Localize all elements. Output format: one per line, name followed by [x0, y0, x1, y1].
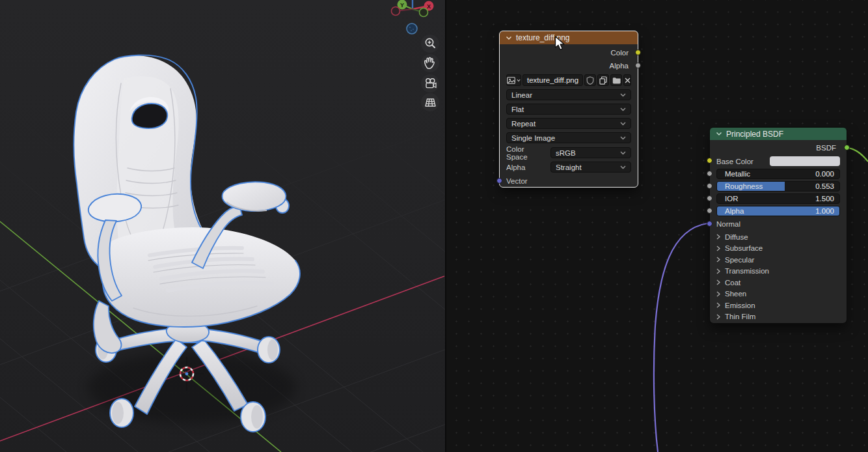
chair-seat — [103, 227, 300, 327]
metallic-input-socket[interactable] — [707, 171, 712, 177]
chevron-down-icon — [620, 151, 626, 155]
color-output-row: Color — [506, 47, 631, 59]
slider-label: IOR — [725, 195, 738, 203]
chevron-right-icon — [716, 246, 720, 251]
gizmo-axis-x-neg[interactable] — [392, 7, 400, 16]
panel-coat[interactable]: Coat — [716, 277, 840, 288]
slider-value: 0.000 — [815, 170, 834, 178]
chevron-down-icon — [620, 122, 626, 126]
slider-value: 1.500 — [815, 195, 834, 203]
panel-label: Transmission — [725, 267, 769, 275]
ior-input-socket[interactable] — [707, 195, 712, 201]
alpha-slider[interactable]: Alpha 1.000 — [716, 206, 840, 216]
roughness-slider[interactable]: Roughness 0.553 — [716, 181, 840, 191]
metallic-slider[interactable]: Metallic 0.000 — [716, 169, 840, 179]
normal-input-label: Normal — [716, 220, 740, 228]
node-header[interactable]: texture_diff.png — [500, 31, 638, 44]
image-icon — [507, 77, 515, 84]
panel-label: Sheen — [725, 290, 746, 298]
output-label: Alpha — [610, 62, 629, 70]
slider-value: 1.000 — [815, 207, 834, 215]
bsdf-output-socket[interactable] — [844, 145, 850, 150]
gizmo-axis-z-neg[interactable] — [407, 23, 417, 34]
node-header[interactable]: Principled BSDF — [710, 128, 847, 140]
normal-input-socket[interactable] — [707, 221, 712, 227]
svg-text:Y: Y — [400, 2, 404, 8]
chevron-right-icon — [716, 302, 720, 308]
svg-text:X: X — [427, 3, 431, 10]
vector-input-socket[interactable] — [496, 178, 502, 184]
chevron-down-icon — [716, 132, 722, 136]
image-name-field[interactable]: texture_diff.png — [522, 74, 583, 86]
panel-label: Specular — [725, 256, 754, 264]
open-image-button[interactable] — [610, 74, 622, 86]
duplicate-image-button[interactable] — [597, 74, 609, 86]
panel-label: Thin Film — [725, 313, 755, 320]
dropdown-value: sRGB — [556, 149, 576, 157]
panel-subsurface[interactable]: Subsurface — [716, 243, 840, 254]
panel-label: Subsurface — [725, 244, 763, 252]
roughness-input-socket[interactable] — [707, 183, 712, 189]
panel-sheen[interactable]: Sheen — [716, 289, 840, 300]
fake-user-button[interactable] — [584, 74, 596, 86]
projection-dropdown[interactable]: Flat — [506, 104, 631, 115]
node-title: Principled BSDF — [726, 130, 783, 139]
panel-thin-film[interactable]: Thin Film — [716, 311, 840, 322]
navigation-gizmo[interactable]: Y X — [384, 0, 446, 39]
grid-icon — [421, 93, 439, 111]
mouse-cursor — [554, 36, 567, 51]
slider-label: Alpha — [725, 207, 744, 215]
panel-label: Diffuse — [725, 233, 748, 241]
chevron-down-icon — [620, 165, 626, 169]
chevron-right-icon — [716, 291, 720, 297]
unlink-image-button[interactable] — [623, 74, 631, 86]
panel-emission[interactable]: Emission — [716, 300, 840, 311]
image-texture-node[interactable]: texture_diff.png Color Alpha — [500, 31, 638, 187]
chevron-down-icon — [506, 36, 512, 40]
3d-viewport[interactable]: Y X — [0, 0, 446, 452]
dropdown-value: Linear — [511, 91, 532, 99]
principled-bsdf-node[interactable]: Principled BSDF BSDF Base Color Metallic… — [710, 128, 847, 323]
viewport-scene — [0, 0, 446, 452]
shader-wire — [848, 148, 868, 162]
chevron-down-icon — [620, 136, 626, 140]
gizmo-axis-y-neg[interactable] — [420, 8, 428, 17]
slider-label: Metallic — [725, 170, 750, 178]
image-datablock-row: texture_diff.png — [506, 74, 631, 86]
dropdown-value: Single Image — [511, 134, 555, 142]
panel-transmission[interactable]: Transmission — [716, 266, 840, 277]
zoom-tool-button[interactable] — [421, 35, 439, 53]
alpha-input-socket[interactable] — [707, 208, 712, 214]
base-color-swatch[interactable] — [770, 156, 840, 166]
chevron-down-icon — [620, 93, 626, 97]
alpha-output-socket[interactable] — [635, 63, 641, 68]
panel-specular[interactable]: Specular — [716, 254, 840, 265]
bsdf-output-label: BSDF — [816, 144, 836, 152]
source-dropdown[interactable]: Single Image — [506, 132, 631, 143]
dropdown-value: Repeat — [511, 120, 536, 128]
color-output-socket[interactable] — [635, 49, 641, 55]
pan-tool-button[interactable] — [421, 54, 439, 72]
camera-icon — [421, 74, 439, 92]
interpolation-dropdown[interactable]: Linear — [506, 89, 631, 100]
output-label: Color — [611, 49, 629, 57]
chevron-right-icon — [716, 234, 720, 240]
ortho-toggle-button[interactable] — [421, 93, 439, 111]
alpha-mode-dropdown[interactable]: Straight — [550, 162, 631, 173]
camera-view-button[interactable] — [421, 74, 439, 92]
slider-label: Roughness — [725, 182, 763, 190]
copy-icon — [599, 76, 607, 85]
color-space-dropdown[interactable]: sRGB — [550, 147, 631, 158]
base-color-label: Base Color — [716, 158, 753, 165]
shader-node-editor[interactable]: texture_diff.png Color Alpha — [446, 0, 868, 452]
base-color-input-socket[interactable] — [707, 158, 712, 163]
chevron-right-icon — [716, 268, 720, 274]
vector-input-label: Vector — [506, 177, 528, 185]
image-browse-button[interactable] — [506, 74, 521, 86]
panel-diffuse[interactable]: Diffuse — [716, 231, 840, 242]
chevron-down-icon — [517, 79, 521, 82]
ior-slider[interactable]: IOR 1.500 — [716, 193, 840, 204]
extension-dropdown[interactable]: Repeat — [506, 118, 631, 129]
dropdown-value: Flat — [511, 106, 524, 113]
close-icon — [625, 78, 631, 83]
